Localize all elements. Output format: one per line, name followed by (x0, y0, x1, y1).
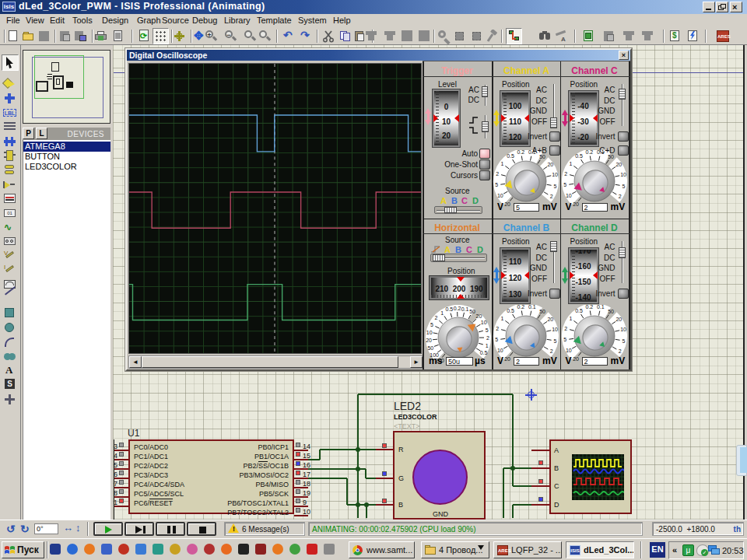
svg-text:0.2: 0.2 (517, 305, 525, 310)
svg-text:2: 2 (618, 194, 621, 199)
svg-text:50: 50 (427, 345, 433, 351)
svg-text:2: 2 (550, 194, 553, 199)
svg-text:1: 1 (500, 161, 503, 166)
svg-text:2: 2 (550, 348, 553, 354)
svg-text:0.5: 0.5 (446, 306, 454, 312)
svg-text:0.5: 0.5 (575, 308, 583, 313)
svg-text:20: 20 (504, 356, 510, 362)
svg-text:10: 10 (497, 348, 503, 353)
svg-text:5: 5 (554, 338, 557, 344)
svg-text:2: 2 (486, 335, 489, 341)
svg-text:10: 10 (565, 193, 571, 198)
svg-text:0.2: 0.2 (454, 306, 461, 311)
svg-text:0.2: 0.2 (585, 305, 593, 310)
svg-text:5: 5 (430, 322, 433, 327)
svg-text:10: 10 (497, 193, 503, 198)
svg-text:20: 20 (476, 313, 482, 319)
svg-text:1: 1 (486, 343, 489, 348)
svg-text:20: 20 (547, 162, 553, 167)
svg-text:20: 20 (573, 201, 579, 207)
svg-text:1: 1 (569, 161, 572, 166)
svg-text:0.5: 0.5 (507, 308, 514, 313)
svg-text:20: 20 (573, 356, 579, 362)
svg-text:10: 10 (620, 172, 626, 177)
svg-text:20: 20 (615, 317, 622, 322)
svg-text:10: 10 (552, 327, 558, 332)
svg-text:10: 10 (620, 327, 626, 332)
svg-text:0.5: 0.5 (507, 153, 514, 159)
svg-text:5: 5 (495, 337, 498, 342)
svg-text:2: 2 (618, 348, 621, 354)
svg-text:20: 20 (615, 162, 622, 167)
svg-text:20: 20 (426, 338, 432, 343)
svg-text:5: 5 (554, 184, 557, 189)
svg-text:2: 2 (496, 171, 499, 177)
svg-text:10: 10 (552, 172, 558, 177)
svg-text:2: 2 (564, 326, 567, 331)
svg-text:10: 10 (565, 348, 571, 353)
svg-text:50: 50 (469, 309, 475, 314)
svg-text:20: 20 (504, 201, 510, 207)
svg-text:10: 10 (426, 330, 433, 335)
svg-text:0.1: 0.1 (596, 305, 604, 310)
svg-text:0.5: 0.5 (575, 153, 583, 159)
svg-text:50: 50 (539, 309, 545, 314)
svg-text:1: 1 (440, 310, 444, 316)
svg-text:2: 2 (435, 315, 438, 320)
svg-text:10: 10 (481, 320, 487, 325)
svg-text:20: 20 (547, 317, 553, 322)
svg-text:2: 2 (564, 171, 567, 177)
svg-text:5: 5 (622, 184, 625, 189)
svg-text:1: 1 (569, 316, 572, 321)
svg-text:1: 1 (500, 316, 503, 321)
svg-text:5: 5 (486, 327, 489, 333)
svg-text:0.1: 0.1 (461, 306, 469, 312)
svg-text:2: 2 (496, 326, 499, 331)
svg-text:5: 5 (563, 182, 566, 187)
svg-text:5: 5 (495, 182, 498, 187)
svg-text:50: 50 (608, 309, 614, 314)
svg-text:0.1: 0.1 (528, 305, 536, 310)
svg-text:5: 5 (563, 337, 566, 342)
svg-text:5: 5 (622, 338, 625, 344)
